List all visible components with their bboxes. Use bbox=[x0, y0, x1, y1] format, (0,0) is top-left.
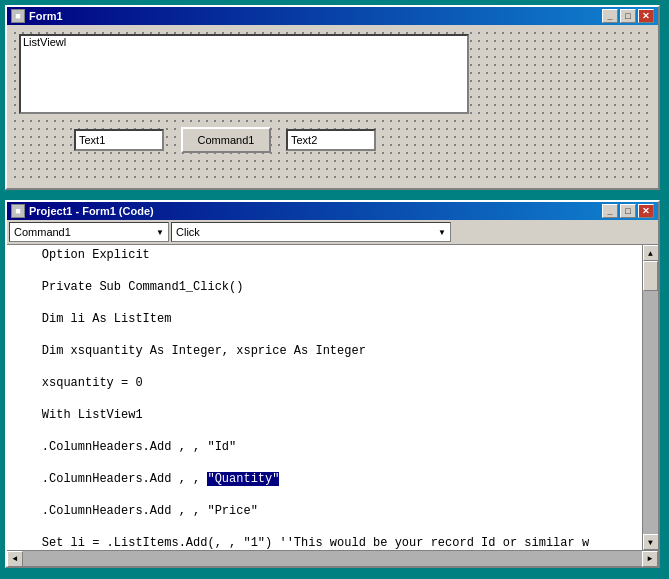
code-titlebar-left: ■ Project1 - Form1 (Code) bbox=[11, 204, 154, 218]
object-dropdown-arrow: ▼ bbox=[156, 228, 164, 237]
object-dropdown[interactable]: Command1 ▼ bbox=[9, 222, 169, 242]
code-titlebar-buttons: _ □ ✕ bbox=[602, 204, 654, 218]
code-area: Option Explicit Private Sub Command1_Cli… bbox=[7, 245, 658, 550]
scroll-left-button[interactable]: ◄ bbox=[7, 551, 23, 567]
form1-window: ■ Form1 _ □ ✕ ListViewl Text1 Command1 T… bbox=[5, 5, 660, 190]
code-close-button[interactable]: ✕ bbox=[638, 204, 654, 218]
scroll-thumb[interactable] bbox=[643, 261, 658, 291]
form1-icon: ■ bbox=[11, 9, 25, 23]
code-content: Command1 ▼ Click ▼ Option Explicit Priva… bbox=[7, 220, 658, 566]
horizontal-scrollbar[interactable]: ◄ ► bbox=[7, 550, 658, 566]
scroll-down-button[interactable]: ▼ bbox=[643, 534, 659, 550]
text1-value: Text1 bbox=[79, 134, 105, 146]
event-dropdown-arrow: ▼ bbox=[438, 228, 446, 237]
text1-input[interactable]: Text1 bbox=[74, 129, 164, 151]
scroll-up-button[interactable]: ▲ bbox=[643, 245, 659, 261]
titlebar-left: ■ Form1 bbox=[11, 9, 63, 23]
form1-titlebar: ■ Form1 _ □ ✕ bbox=[7, 7, 658, 25]
code-text: Option Explicit Private Sub Command1_Cli… bbox=[7, 245, 642, 550]
command1-label: Command1 bbox=[198, 134, 255, 146]
form-area: ListViewl Text1 Command1 Text2 bbox=[11, 29, 654, 184]
listview-label: ListViewl bbox=[21, 35, 68, 49]
vertical-scrollbar[interactable]: ▲ ▼ bbox=[642, 245, 658, 550]
titlebar-buttons: _ □ ✕ bbox=[602, 9, 654, 23]
scroll-right-button[interactable]: ► bbox=[642, 551, 658, 567]
code-title: Project1 - Form1 (Code) bbox=[29, 205, 154, 217]
listview-control[interactable]: ListViewl bbox=[19, 34, 469, 114]
event-dropdown-value: Click bbox=[176, 226, 200, 238]
scroll-track[interactable] bbox=[643, 261, 658, 534]
text2-value: Text2 bbox=[291, 134, 317, 146]
form1-title: Form1 bbox=[29, 10, 63, 22]
object-dropdown-value: Command1 bbox=[14, 226, 71, 238]
code-toolbar: Command1 ▼ Click ▼ bbox=[7, 220, 658, 245]
form1-close-button[interactable]: ✕ bbox=[638, 9, 654, 23]
form1-maximize-button[interactable]: □ bbox=[620, 9, 636, 23]
code-maximize-button[interactable]: □ bbox=[620, 204, 636, 218]
event-dropdown[interactable]: Click ▼ bbox=[171, 222, 451, 242]
form1-content: ListViewl Text1 Command1 Text2 bbox=[7, 25, 658, 188]
form1-minimize-button[interactable]: _ bbox=[602, 9, 618, 23]
text2-input[interactable]: Text2 bbox=[286, 129, 376, 151]
hscroll-track[interactable] bbox=[23, 551, 642, 566]
code-icon: ■ bbox=[11, 204, 25, 218]
code-titlebar: ■ Project1 - Form1 (Code) _ □ ✕ bbox=[7, 202, 658, 220]
code-window: ■ Project1 - Form1 (Code) _ □ ✕ Command1… bbox=[5, 200, 660, 568]
code-minimize-button[interactable]: _ bbox=[602, 204, 618, 218]
command1-button[interactable]: Command1 bbox=[181, 127, 271, 153]
